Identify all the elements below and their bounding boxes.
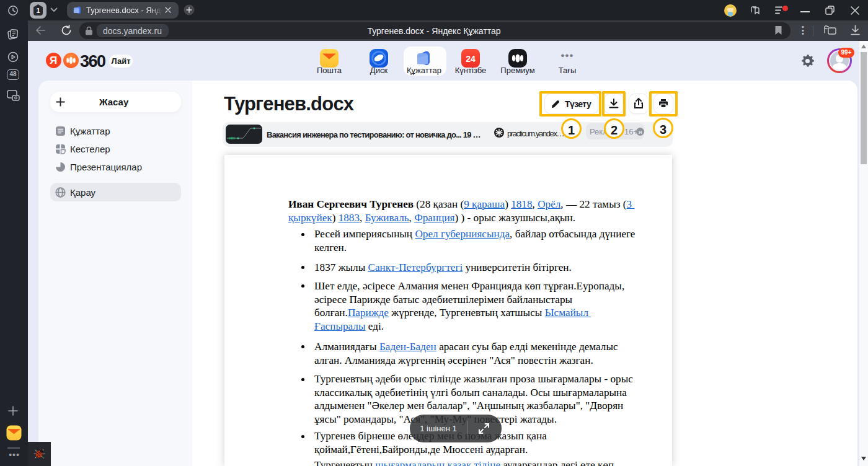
svg-text:24: 24 <box>466 54 476 64</box>
svg-text:Я: Я <box>639 130 642 135</box>
svg-text:1: 1 <box>36 7 40 14</box>
